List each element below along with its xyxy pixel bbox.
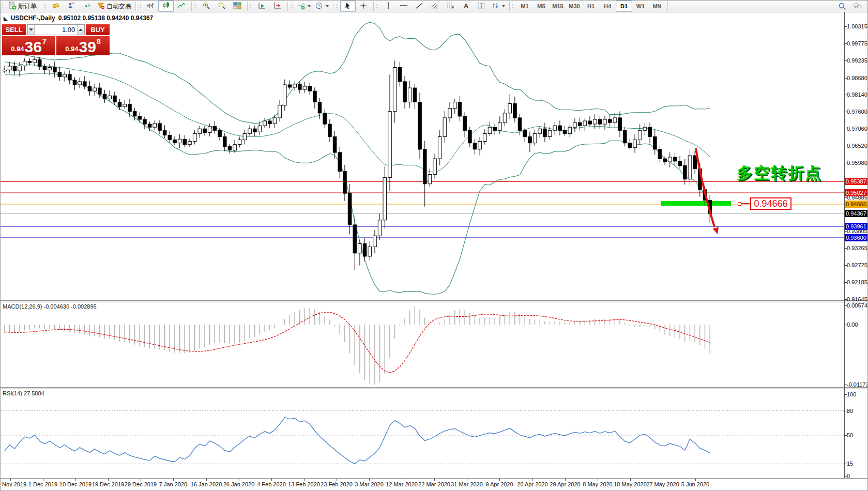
price-axis-border (844, 12, 845, 490)
ohlc-values: 0.95102 0.95138 0.94240 0.94367 (58, 14, 154, 22)
sell-button[interactable]: SELL (2, 24, 26, 35)
timeframe-d1-button[interactable]: D1 (616, 1, 632, 12)
tile-windows-button[interactable] (230, 1, 245, 12)
autotrade-funnel-button[interactable]: 自动交易 (95, 1, 133, 12)
date-tick (43, 479, 43, 481)
chat-button[interactable] (850, 1, 865, 12)
timeframe-m15-button[interactable]: M15 (550, 1, 566, 12)
timeframe-w1-button[interactable]: W1 (632, 1, 649, 12)
text-a-button[interactable]: A (458, 1, 474, 12)
toolbar-right (834, 1, 868, 12)
buy-price-pip: 8 (97, 37, 101, 45)
date-label: 9 Apr 2020 (485, 481, 513, 487)
cursor-button[interactable] (340, 1, 356, 12)
date-tick (402, 479, 402, 481)
date-label: 29 Dec 2019 (125, 481, 157, 487)
indicators-button[interactable] (295, 1, 313, 12)
crosshair-button[interactable] (356, 1, 371, 12)
date-tick (337, 479, 337, 481)
line-chart-icon (177, 2, 186, 11)
toolbar-group-3 (197, 1, 246, 12)
text-a-icon: A (462, 2, 470, 11)
time-axis[interactable]: 21 Nov 2019 1 Dec 2019 10 Dec 2019 19 De… (1, 478, 868, 491)
buy-price-button[interactable]: 0.94 39 8 (56, 36, 110, 55)
toolbar-separator (191, 2, 192, 11)
search-button[interactable] (834, 1, 850, 12)
timeframe-m5-button[interactable]: M5 (533, 1, 550, 12)
fibonacci-button[interactable]: F (443, 1, 458, 12)
date-label: 12 Mar 2020 (386, 481, 418, 487)
date-tick (695, 479, 696, 481)
price-tick-label: 0.97060 (847, 126, 867, 132)
rsi-tick-label: 15 (847, 461, 853, 467)
vertical-line-button[interactable] (380, 1, 396, 12)
toolbar-group-2 (142, 1, 190, 12)
buy-button[interactable]: BUY (86, 24, 110, 35)
toolbar-separator (509, 2, 510, 11)
date-tick (434, 479, 435, 481)
pane-separator-macd[interactable] (1, 300, 868, 302)
date-label: 22 Mar 2020 (418, 481, 450, 487)
main-chart-pane[interactable] (1, 12, 868, 300)
volume-decrease-button[interactable] (27, 25, 35, 35)
timeframe-m30-button[interactable]: M30 (566, 1, 583, 12)
date-tick (271, 479, 272, 481)
rsi-pane[interactable] (1, 389, 868, 478)
chinese-annotation-text[interactable]: 多空转折点 (737, 162, 822, 184)
candle-chart-button[interactable] (158, 1, 174, 12)
price-level-badge: 0.94666 (845, 201, 868, 208)
pane-separator-rsi[interactable] (1, 387, 868, 389)
text-label-button[interactable]: T (474, 1, 489, 12)
date-tick (108, 479, 109, 481)
dropdown-arrow-icon (308, 5, 311, 7)
person-chart-button[interactable] (64, 1, 79, 12)
timeframe-h4-button[interactable]: H4 (599, 1, 616, 12)
price-label-anchor[interactable] (738, 202, 741, 206)
bar-chart-button[interactable] (143, 1, 158, 12)
date-tick (10, 479, 11, 481)
rsi-tick-label: 100 (847, 391, 856, 397)
toolbar-separator (135, 2, 136, 11)
volume-stepper (27, 24, 85, 35)
auto-scroll-button[interactable] (254, 1, 270, 12)
new-order-button[interactable]: 新订单 (6, 1, 39, 12)
horizontal-line-button[interactable] (396, 1, 412, 12)
trend-line-button[interactable] (412, 1, 427, 12)
crosshair-icon (359, 2, 368, 11)
price-level-label[interactable]: 0.94666 (750, 197, 791, 210)
horizontal-line-icon (400, 2, 408, 11)
chart-shift-button[interactable] (270, 1, 285, 12)
date-label: 26 Jan 2020 (223, 481, 255, 487)
arrow-objects-button[interactable] (489, 1, 507, 12)
macd-pane[interactable] (1, 302, 868, 387)
price-level-badge: 0.93961 (845, 223, 868, 230)
equidistant-channel-button[interactable]: E (427, 1, 443, 12)
volume-increase-button[interactable] (77, 25, 84, 35)
sell-price-button[interactable]: 0.94 36 7 (2, 36, 55, 55)
period-clock-icon (315, 2, 323, 11)
date-label: 23 Feb 2020 (321, 481, 353, 487)
timeframe-h1-button[interactable]: H1 (583, 1, 599, 12)
price-tick-label: 0.93265 (847, 245, 867, 251)
toolbar-group-5 (294, 1, 332, 12)
toolbar-separator (333, 2, 333, 11)
timeframe-mn-button[interactable]: MN (649, 1, 665, 12)
volume-input[interactable] (35, 25, 77, 35)
chart-title: ◣ USDCHF-,Daily 0.95102 0.95138 0.94240 … (4, 14, 153, 22)
date-label: 18 May 2020 (614, 481, 647, 487)
new-order-icon (8, 2, 17, 11)
period-clock-button[interactable] (313, 1, 331, 12)
toolbar-button-label: 新订单 (18, 2, 37, 11)
signal-button[interactable] (79, 1, 95, 12)
date-label: 21 Nov 2019 (0, 481, 26, 487)
date-label: 27 May 2020 (646, 481, 679, 487)
line-chart-button[interactable] (174, 1, 189, 12)
timeframe-m1-button[interactable]: M1 (516, 1, 533, 12)
toolbar-separator (247, 2, 248, 11)
gold-bar-button[interactable] (48, 1, 64, 12)
zoom-in-button[interactable] (199, 1, 214, 12)
price-level-badge: 0.95027 (845, 189, 868, 196)
toolbar-group-1: 自动交易 (47, 1, 134, 12)
arrow-objects-icon (491, 2, 499, 11)
zoom-out-button[interactable] (214, 1, 230, 12)
